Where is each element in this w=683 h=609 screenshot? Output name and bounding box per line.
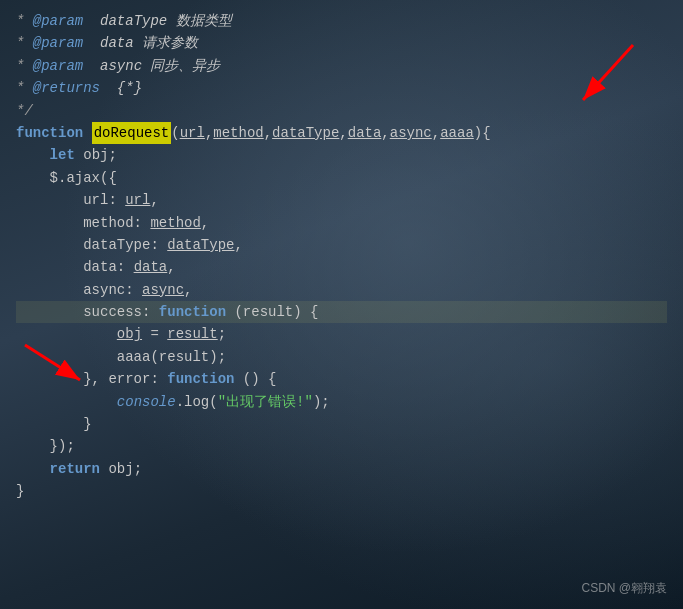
code-line-20: }); — [16, 435, 667, 457]
code-line-14: success: function (result) { — [16, 301, 667, 323]
watermark: CSDN @翱翔袁 — [581, 580, 667, 597]
code-line-21: return obj; — [16, 458, 667, 480]
code-line-9: url: url , — [16, 189, 667, 211]
code-line-15: obj = result ; — [16, 323, 667, 345]
code-line-11: dataType: dataType , — [16, 234, 667, 256]
svg-line-1 — [583, 45, 633, 100]
arrow-icon-1 — [563, 40, 643, 120]
arrow-icon-2 — [20, 340, 100, 400]
code-line-22: } — [16, 480, 667, 502]
code-line-13: async: async , — [16, 279, 667, 301]
code-line-16: aaaa(result); — [16, 346, 667, 368]
highlighted-function-name: doRequest — [92, 122, 172, 144]
code-line-1: * @param dataType 数据类型 — [16, 10, 667, 32]
code-line-18: console .log( "出现了错误!" ); — [16, 391, 667, 413]
code-line-19: } — [16, 413, 667, 435]
code-line-17: }, error: function () { — [16, 368, 667, 390]
svg-line-3 — [25, 345, 80, 380]
code-line-10: method: method , — [16, 212, 667, 234]
code-line-6: function doRequest ( url , method , data… — [16, 122, 667, 144]
code-line-7: let obj; — [16, 144, 667, 166]
code-line-8: $.ajax({ — [16, 167, 667, 189]
code-line-12: data: data , — [16, 256, 667, 278]
